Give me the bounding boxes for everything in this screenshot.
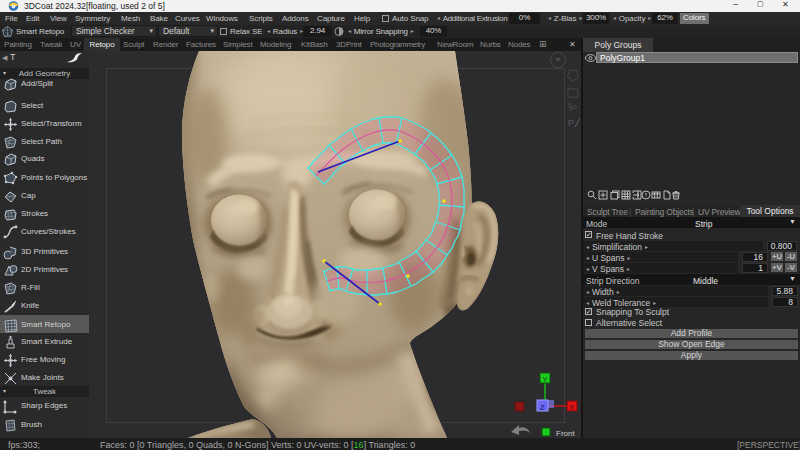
svg-text:X: X [570, 403, 575, 412]
svg-text:Z: Z [540, 403, 545, 412]
svg-text:Y: Y [543, 375, 548, 384]
svg-text:Front: Front [556, 429, 575, 438]
svg-text:P: P [568, 118, 574, 128]
